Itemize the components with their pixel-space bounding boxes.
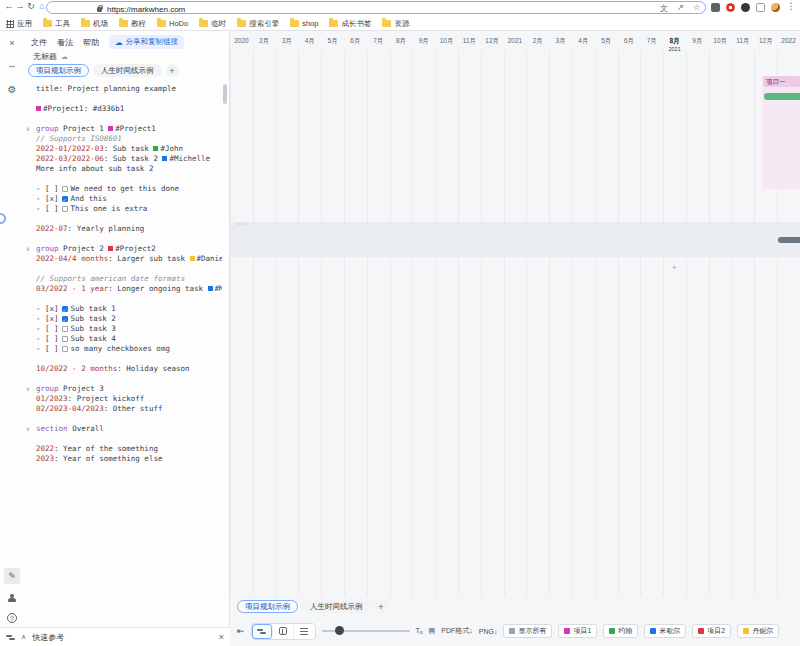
- calendar-view-button[interactable]: [273, 624, 294, 639]
- row-height-icon[interactable]: ▤: [429, 627, 436, 635]
- add-tab-button[interactable]: +: [166, 64, 179, 77]
- add-tab-button[interactable]: +: [375, 600, 388, 613]
- code-line[interactable]: - [ ]This one is extra: [24, 204, 222, 214]
- bookmark-item[interactable]: 资源: [382, 19, 409, 29]
- tab-selected[interactable]: 项目规划示例: [237, 600, 298, 613]
- code-line[interactable]: [24, 94, 222, 104]
- download-png-button[interactable]: PNG↓: [479, 628, 498, 635]
- code-line[interactable]: ∨group Project 2 #Project2: [24, 244, 222, 254]
- code-lines[interactable]: title: Project planning example#Project1…: [24, 84, 222, 484]
- legend-chip[interactable]: 米歇尔: [644, 624, 686, 638]
- section-collapse-chip[interactable]: [236, 223, 246, 225]
- code-line[interactable]: [24, 414, 222, 424]
- code-line[interactable]: ∨group Project 3: [24, 384, 222, 394]
- collapse-chevron-icon[interactable]: ∨: [26, 424, 30, 434]
- code-line[interactable]: 2022: Year of the something: [24, 444, 222, 454]
- profile-avatar[interactable]: [771, 3, 780, 12]
- code-line[interactable]: 2022-01/2022-03: Sub task #John: [24, 144, 222, 154]
- sub-task-bar[interactable]: [764, 93, 800, 100]
- tab-selected[interactable]: 项目规划示例: [28, 64, 89, 77]
- document-title[interactable]: 无标题☁: [33, 51, 68, 62]
- bookmark-item[interactable]: 搜索引擎: [237, 19, 279, 29]
- code-line[interactable]: 01/2023: Project kickoff: [24, 394, 222, 404]
- code-line[interactable]: 2023: Year of something else: [24, 454, 222, 464]
- translate-icon[interactable]: 文: [660, 3, 668, 14]
- code-line[interactable]: // Supports american date formats: [24, 274, 222, 284]
- quick-ref-label[interactable]: 快速参考: [32, 632, 64, 643]
- edit-pencil-icon[interactable]: ✎: [4, 568, 20, 584]
- bookmark-item[interactable]: 成长书签: [329, 19, 371, 29]
- legend-chip[interactable]: 丹妮尔: [737, 624, 779, 638]
- code-line[interactable]: More info about sub task 2: [24, 164, 222, 174]
- overall-year-bar[interactable]: [778, 237, 800, 243]
- bookmark-item[interactable]: HoDo: [157, 19, 188, 28]
- code-line[interactable]: // Supports ISO8601: [24, 134, 222, 144]
- project1-group-badge[interactable]: 项目一: [763, 76, 800, 87]
- profile-person-icon[interactable]: [4, 590, 20, 606]
- code-line[interactable]: - [ ]so many checkboxes omg: [24, 344, 222, 354]
- collapse-caret-icon[interactable]: ∧: [21, 633, 26, 641]
- extension-icon[interactable]: [726, 3, 735, 12]
- code-line[interactable]: 10/2022 - 2 months: Holiday season: [24, 364, 222, 374]
- legend-chip[interactable]: 项目1: [558, 624, 597, 638]
- code-line[interactable]: [24, 234, 222, 244]
- jump-to-start-icon[interactable]: ⇤: [237, 624, 245, 639]
- tab-item[interactable]: 人生时间线示例: [302, 600, 371, 613]
- code-line[interactable]: - [ ]We need to get this done: [24, 184, 222, 194]
- menu-view[interactable]: 看法: [57, 37, 73, 48]
- code-line[interactable]: - [x]Sub task 1: [24, 304, 222, 314]
- code-line[interactable]: [24, 114, 222, 124]
- bookmark-item[interactable]: 工具: [43, 19, 70, 29]
- legend-chip[interactable]: 项目2: [692, 624, 731, 638]
- show-all-button[interactable]: 显示所有: [503, 624, 552, 638]
- code-line[interactable]: 2022-04/4 months: Larger sub task #Danie…: [24, 254, 222, 264]
- bookmark-item[interactable]: shop: [290, 19, 318, 28]
- help-question-icon[interactable]: ?: [4, 610, 20, 626]
- code-line[interactable]: - [x]And this: [24, 194, 222, 204]
- url-bar[interactable]: https://markwhen.com: [46, 1, 706, 14]
- bookmark-item[interactable]: 教程: [119, 19, 146, 29]
- code-line[interactable]: #Project1: #d336b1: [24, 104, 222, 114]
- code-line[interactable]: - [x]Sub task 2: [24, 314, 222, 324]
- collapse-chevron-icon[interactable]: ∨: [26, 384, 30, 394]
- code-line[interactable]: title: Project planning example: [24, 84, 222, 94]
- timeline-view-button[interactable]: [252, 624, 273, 639]
- editor-scrollbar[interactable]: [223, 84, 227, 104]
- code-line[interactable]: - [ ]Sub task 3: [24, 324, 222, 334]
- close-icon[interactable]: ×: [4, 35, 20, 51]
- bookmark-item[interactable]: 机场: [81, 19, 108, 29]
- code-line[interactable]: [24, 374, 222, 384]
- menu-help[interactable]: 帮助: [83, 37, 99, 48]
- extension-icon[interactable]: [741, 3, 750, 12]
- list-view-button[interactable]: [294, 624, 315, 639]
- collapse-chevron-icon[interactable]: ∨: [26, 124, 30, 134]
- code-line[interactable]: [24, 264, 222, 274]
- code-line[interactable]: [24, 434, 222, 444]
- code-line[interactable]: ∨section Overall: [24, 424, 222, 434]
- code-line[interactable]: 03/2022 - 1 year: Longer ongoing task #M…: [24, 284, 222, 294]
- code-line[interactable]: ∨group Project 1 #Project1: [24, 124, 222, 134]
- code-line[interactable]: - [ ]Sub task 4: [24, 334, 222, 344]
- quick-ref-close-icon[interactable]: ×: [219, 632, 224, 642]
- apps-bookmark[interactable]: 应用: [6, 19, 32, 29]
- bookmark-item[interactable]: 临时: [199, 19, 226, 29]
- share-button[interactable]: ☁分享和复制链接: [109, 35, 184, 49]
- tab-item[interactable]: 人生时间线示例: [93, 64, 162, 77]
- code-line[interactable]: [24, 174, 222, 184]
- code-line[interactable]: [24, 214, 222, 224]
- extension-icon[interactable]: [711, 3, 720, 12]
- code-line[interactable]: 2022-07: Yearly planning: [24, 224, 222, 234]
- bookmark-star-icon[interactable]: ☆: [693, 3, 700, 12]
- send-icon[interactable]: ↗: [677, 3, 684, 12]
- collapse-chevron-icon[interactable]: ∨: [26, 244, 30, 254]
- settings-gear-icon[interactable]: ⚙: [4, 81, 20, 97]
- url-text[interactable]: https://markwhen.com: [107, 5, 185, 14]
- code-line[interactable]: [24, 294, 222, 304]
- code-line[interactable]: 2022-03/2022-06: Sub task 2 #Michelle: [24, 154, 222, 164]
- menu-file[interactable]: 文件: [31, 37, 47, 48]
- legend-chip[interactable]: 约翰: [603, 624, 638, 638]
- download-pdf-button[interactable]: PDF格式↓: [441, 626, 473, 636]
- code-line[interactable]: [24, 354, 222, 364]
- expand-arrows-icon[interactable]: ↔: [4, 57, 20, 73]
- code-line[interactable]: 02/2023-04/2023: Other stuff: [24, 404, 222, 414]
